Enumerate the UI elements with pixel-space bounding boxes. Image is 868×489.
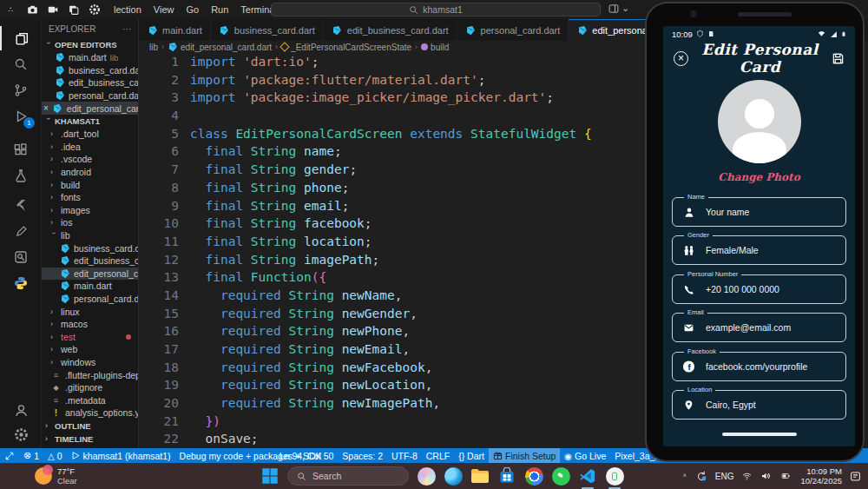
tree-item-test[interactable]: ›test: [42, 330, 138, 343]
status-khamsat1-khamsat1-[interactable]: khamsat1 (khamsat1): [67, 448, 175, 463]
tree-item--dart-tool[interactable]: ›.dart_tool: [42, 128, 138, 141]
activity-files-icon[interactable]: [0, 26, 42, 50]
taskbar-explorer-icon[interactable]: [470, 466, 490, 486]
tree-item-macos[interactable]: ›macos: [42, 318, 138, 331]
status-0[interactable]: △0: [43, 448, 67, 463]
tray-chevron-up-icon[interactable]: ＾: [681, 472, 688, 481]
wifi-icon[interactable]: [741, 472, 753, 481]
status-spaces-2[interactable]: Spaces: 2: [338, 448, 387, 463]
close-icon[interactable]: ×: [43, 103, 49, 113]
tree-item-android[interactable]: ›android: [42, 166, 138, 179]
activity-source-control-icon[interactable]: [0, 78, 42, 102]
weather-widget[interactable]: 77°F Clear: [35, 466, 77, 486]
menu-lection[interactable]: lection: [108, 4, 148, 15]
activity-frame-search-icon[interactable]: [0, 245, 42, 269]
avatar[interactable]: [718, 80, 801, 163]
tree-item-fonts[interactable]: ›fonts: [42, 191, 138, 204]
menu-run[interactable]: Run: [205, 4, 234, 15]
activity-python-icon[interactable]: [0, 271, 42, 295]
tree-item-images[interactable]: ›images: [42, 204, 138, 217]
status-finish-setup[interactable]: Finish Setup: [489, 448, 560, 463]
gear-icon[interactable]: [87, 3, 102, 17]
open-editor-item[interactable]: personal_card.dartlib: [42, 89, 138, 102]
language-indicator[interactable]: ENG: [715, 472, 734, 481]
dots-icon[interactable]: ∴: [3, 3, 19, 17]
breadcrumb-edit_personal_card.dart[interactable]: edit_personal_card.dart: [168, 42, 272, 52]
tree-item--vscode[interactable]: ›.vscode: [42, 153, 138, 166]
tree-item-windows[interactable]: ›windows: [42, 356, 138, 369]
activity-account-icon[interactable]: [0, 398, 42, 422]
status-ln-94-col-50[interactable]: Ln 94, Col 50: [275, 448, 338, 463]
volume-icon[interactable]: [760, 471, 772, 481]
activity-testing-icon[interactable]: [0, 163, 42, 188]
tree-item--gitignore[interactable]: ◆.gitignore: [42, 381, 138, 394]
status-remote-icon[interactable]: [0, 448, 19, 463]
taskbar-search[interactable]: Search: [287, 466, 409, 486]
field-facebook[interactable]: Facebookffacebook.com/yourprofile: [672, 352, 846, 381]
save-button[interactable]: [832, 52, 845, 65]
tree-item-edit-business-card-dart[interactable]: edit_business_card.dart: [42, 254, 138, 268]
field-gender[interactable]: GenderFemale/Male: [672, 235, 846, 265]
activity-search-icon[interactable]: [0, 52, 42, 76]
activity-settings-icon[interactable]: [0, 422, 42, 446]
status-go-live[interactable]: ◉Go Live: [560, 448, 610, 463]
clock[interactable]: 10:09 PM 10/24/2025: [800, 466, 842, 486]
menu-view[interactable]: View: [148, 4, 181, 15]
taskbar-edge-icon[interactable]: [444, 466, 463, 486]
tree-item-edit-personal-card-dart[interactable]: edit_personal_card.dart: [42, 268, 138, 281]
open-editor-item[interactable]: ×edit_personal_card....: [42, 102, 138, 115]
tree-item-analysis-options-yaml[interactable]: !analysis_options.yaml: [42, 406, 138, 420]
taskbar-copilot-icon[interactable]: [417, 466, 436, 486]
more-actions-icon[interactable]: ···: [122, 24, 131, 34]
tree-item--idea[interactable]: ›.idea: [42, 141, 138, 154]
tree-item-web[interactable]: ›web: [42, 343, 138, 356]
activity-extensions-icon[interactable]: [0, 137, 42, 162]
layout-customize-button[interactable]: ⌄: [608, 3, 629, 14]
status-crlf[interactable]: CRLF: [422, 448, 454, 463]
gesture-bar[interactable]: [722, 433, 797, 436]
taskbar-store-icon[interactable]: [497, 466, 516, 486]
taskbar-whatsapp-icon[interactable]: [551, 466, 570, 486]
open-editor-item[interactable]: business_card.dartlib: [42, 64, 138, 77]
tree-item-business-card-dart[interactable]: business_card.dart: [42, 241, 138, 254]
project-root-header[interactable]: › KHAMSAT1: [42, 115, 138, 128]
tree-item-ios[interactable]: ›ios: [42, 216, 138, 229]
status--dart[interactable]: {} Dart: [454, 448, 489, 463]
tree-item--metadata[interactable]: ≡.metadata: [42, 393, 138, 406]
tab-business_card.dart[interactable]: business_card.dart: [211, 19, 324, 41]
field-name[interactable]: NameYour name: [672, 197, 846, 227]
camera-icon[interactable]: [24, 3, 40, 17]
status-1[interactable]: ⊗1: [19, 448, 43, 463]
tab-personal_card.dart[interactable]: personal_card.dart: [457, 19, 569, 41]
status-utf-8[interactable]: UTF-8: [387, 448, 422, 463]
activity-pen-icon[interactable]: [0, 219, 42, 243]
command-center-search[interactable]: khamsat1: [271, 3, 601, 17]
tree-item--flutter-plugins-depende-[interactable]: ≡.flutter-plugins-depende...: [42, 368, 138, 381]
breadcrumb-_EditPersonalCardScreenState[interactable]: _EditPersonalCardScreenState: [281, 43, 411, 52]
taskbar-start-icon[interactable]: [260, 466, 279, 486]
taskbar-chrome-icon[interactable]: [524, 466, 543, 486]
notification-center-icon[interactable]: [850, 471, 861, 482]
breadcrumb-build[interactable]: build: [421, 43, 449, 52]
section-timeline[interactable]: ›TIMELINE: [42, 433, 138, 446]
breadcrumb-lib[interactable]: lib: [149, 43, 158, 52]
tab-edit_business_card.dart[interactable]: edit_business_card.dart: [324, 19, 457, 41]
menu-go[interactable]: Go: [180, 4, 205, 15]
taskbar-emulator-icon[interactable]: [605, 466, 624, 486]
field-personal-number[interactable]: Personal Number+20 100 000 0000: [672, 274, 846, 304]
tab-main.dart[interactable]: main.dart: [139, 19, 211, 41]
tree-item-personal-card-dart[interactable]: personal_card.dart: [42, 293, 138, 306]
open-editor-item[interactable]: main.dartlib: [42, 51, 138, 64]
activity-debug-icon[interactable]: 1: [0, 104, 42, 129]
sync-icon[interactable]: [696, 471, 707, 482]
tree-item-linux[interactable]: ›linux: [42, 305, 138, 318]
field-email[interactable]: Emailexample@email.com: [672, 313, 846, 342]
layers-icon[interactable]: [66, 3, 82, 17]
activity-flutter-icon[interactable]: [0, 193, 42, 217]
video-icon[interactable]: [45, 3, 61, 17]
open-editor-item[interactable]: edit_business_card....: [42, 76, 138, 89]
close-button[interactable]: ×: [674, 51, 688, 66]
field-location[interactable]: LocationCairo, Egypt: [672, 390, 846, 420]
section-outline[interactable]: ›OUTLINE: [42, 420, 138, 433]
change-photo-button[interactable]: Change Photo: [663, 171, 855, 183]
